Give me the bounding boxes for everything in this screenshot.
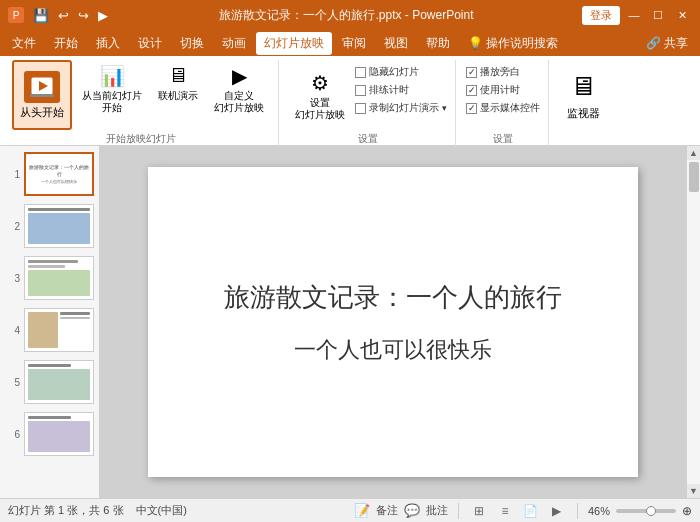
menu-home[interactable]: 开始 <box>46 32 86 55</box>
slide-thumbnail-5[interactable] <box>24 360 94 404</box>
slide-thumb-5[interactable]: 5 <box>4 358 95 406</box>
zoom-thumb[interactable] <box>646 506 656 516</box>
ribbon-group-settings: ⚙ 设置幻灯片放映 隐藏幻灯片 排练计时 录制幻灯片演示 ▾ <box>281 60 456 148</box>
slide-thumbnail-4[interactable] <box>24 308 94 352</box>
app-icon: P <box>8 7 24 23</box>
settings-button[interactable]: ⚙ 设置幻灯片放映 <box>289 60 351 130</box>
online-present-label: 联机演示 <box>158 89 198 103</box>
comments-icon[interactable]: 💬 <box>404 503 420 518</box>
scroll-thumb[interactable] <box>689 162 699 192</box>
slide-thumbnail-3[interactable] <box>24 256 94 300</box>
slide-thumb-3[interactable]: 3 <box>4 254 95 302</box>
menu-animations[interactable]: 动画 <box>214 32 254 55</box>
menu-slideshow[interactable]: 幻灯片放映 <box>256 32 332 55</box>
slide-panel: 1 旅游散文记录：一个人的旅行 一个人也可以很快乐 2 3 <box>0 146 100 498</box>
window-controls: 登录 — ☐ ✕ <box>582 6 692 25</box>
undo-button[interactable]: ↩ <box>55 6 72 25</box>
menu-bar: 文件 开始 插入 设计 切换 动画 幻灯片放映 审阅 视图 帮助 💡 操作说明搜… <box>0 30 700 56</box>
redo-button[interactable]: ↪ <box>75 6 92 25</box>
hide-slides-checkbox[interactable] <box>355 67 366 78</box>
status-bar: 幻灯片 第 1 张，共 6 张 中文(中国) 📝 备注 💬 批注 ⊞ ≡ 📄 ▶… <box>0 498 700 522</box>
menu-file[interactable]: 文件 <box>4 32 44 55</box>
divider <box>458 503 459 519</box>
record-show-row[interactable]: 录制幻灯片演示 ▾ <box>355 100 447 116</box>
ribbon-group-playback: 播放旁白 使用计时 显示媒体控件 设置 <box>458 60 549 148</box>
group1-label: 开始放映幻灯片 <box>106 132 176 146</box>
from-current-button[interactable]: 📊 从当前幻灯片开始 <box>76 60 148 118</box>
menu-insert[interactable]: 插入 <box>88 32 128 55</box>
slide-title: 旅游散文记录：一个人的旅行 <box>224 280 562 315</box>
slide-num-5: 5 <box>6 377 20 388</box>
zoom-slider[interactable] <box>616 509 676 513</box>
settings-label: 设置幻灯片放映 <box>295 97 345 121</box>
maximize-button[interactable]: ☐ <box>648 6 668 24</box>
menu-share[interactable]: 🔗 共享 <box>638 32 696 55</box>
play-narration-label: 播放旁白 <box>480 65 520 79</box>
menu-review[interactable]: 审阅 <box>334 32 374 55</box>
page-info: 幻灯片 第 1 张，共 6 张 <box>8 503 124 518</box>
ribbon-group-start: 从头开始 📊 从当前幻灯片开始 🖥 联机演示 ▶ 自定义幻灯片放映 开始放映幻灯… <box>4 60 279 148</box>
rehearse-timing-label: 排练计时 <box>369 83 409 97</box>
slideshow-view-button[interactable]: ▶ <box>547 502 567 520</box>
use-timing-checkbox[interactable] <box>466 85 477 96</box>
slide-canvas[interactable]: 旅游散文记录：一个人的旅行 一个人也可以很快乐 <box>148 167 638 477</box>
slide-thumb-4[interactable]: 4 <box>4 306 95 354</box>
rehearse-timing-checkbox[interactable] <box>355 85 366 96</box>
record-show-checkbox[interactable] <box>355 103 366 114</box>
scroll-down-arrow[interactable]: ▼ <box>687 484 701 498</box>
save-button[interactable]: 💾 <box>30 6 52 25</box>
present-button[interactable]: ▶ <box>95 6 111 25</box>
slide-num-2: 2 <box>6 221 20 232</box>
title-bar: P 💾 ↩ ↪ ▶ 旅游散文记录：一个人的旅行.pptx - PowerPoin… <box>0 0 700 30</box>
quick-access-toolbar: 💾 ↩ ↪ ▶ <box>30 6 111 25</box>
show-media-controls-label: 显示媒体控件 <box>480 101 540 115</box>
window-title: 旅游散文记录：一个人的旅行.pptx - PowerPoint <box>111 7 582 24</box>
ribbon: 从头开始 📊 从当前幻灯片开始 🖥 联机演示 ▶ 自定义幻灯片放映 开始放映幻灯… <box>0 56 700 146</box>
status-right: 📝 备注 💬 批注 ⊞ ≡ 📄 ▶ 46% ⊕ <box>354 502 692 520</box>
svg-rect-2 <box>30 94 54 97</box>
show-media-controls-row[interactable]: 显示媒体控件 <box>466 100 540 116</box>
from-start-button[interactable]: 从头开始 <box>12 60 72 130</box>
slide-thumbnail-1[interactable]: 旅游散文记录：一个人的旅行 一个人也可以很快乐 <box>24 152 94 196</box>
play-narration-row[interactable]: 播放旁白 <box>466 64 540 80</box>
close-button[interactable]: ✕ <box>672 6 692 24</box>
hide-slides-label: 隐藏幻灯片 <box>369 65 419 79</box>
menu-search[interactable]: 💡 操作说明搜索 <box>460 32 566 55</box>
slide-num-1: 1 <box>6 169 20 180</box>
zoom-fit-button[interactable]: ⊕ <box>682 504 692 518</box>
record-dropdown-icon[interactable]: ▾ <box>442 103 447 113</box>
menu-design[interactable]: 设计 <box>130 32 170 55</box>
menu-view[interactable]: 视图 <box>376 32 416 55</box>
comments-label[interactable]: 批注 <box>426 503 448 518</box>
rehearse-timing-row[interactable]: 排练计时 <box>355 82 447 98</box>
group2-label: 设置 <box>358 132 378 146</box>
slide-thumb-2[interactable]: 2 <box>4 202 95 250</box>
menu-transitions[interactable]: 切换 <box>172 32 212 55</box>
use-timing-row[interactable]: 使用计时 <box>466 82 540 98</box>
reading-view-button[interactable]: 📄 <box>521 502 541 520</box>
menu-help[interactable]: 帮助 <box>418 32 458 55</box>
record-show-label: 录制幻灯片演示 <box>369 101 439 115</box>
normal-view-button[interactable]: ⊞ <box>469 502 489 520</box>
minimize-button[interactable]: — <box>624 6 644 24</box>
outline-view-button[interactable]: ≡ <box>495 502 515 520</box>
custom-show-button[interactable]: ▶ 自定义幻灯片放映 <box>208 60 270 118</box>
scroll-up-arrow[interactable]: ▲ <box>687 146 701 160</box>
slide-thumbnail-6[interactable] <box>24 412 94 456</box>
monitor-label: 监视器 <box>567 106 600 120</box>
hide-slides-row[interactable]: 隐藏幻灯片 <box>355 64 447 80</box>
show-media-controls-checkbox[interactable] <box>466 103 477 114</box>
notes-label[interactable]: 备注 <box>376 503 398 518</box>
login-button[interactable]: 登录 <box>582 6 620 25</box>
slide-thumb-1[interactable]: 1 旅游散文记录：一个人的旅行 一个人也可以很快乐 <box>4 150 95 198</box>
play-narration-checkbox[interactable] <box>466 67 477 78</box>
slide-num-4: 4 <box>6 325 20 336</box>
from-current-label: 从当前幻灯片开始 <box>82 90 142 114</box>
slide-thumbnail-2[interactable] <box>24 204 94 248</box>
slide-thumb-6[interactable]: 6 <box>4 410 95 458</box>
notes-icon[interactable]: 📝 <box>354 503 370 518</box>
monitor-button[interactable]: 🖥 监视器 <box>559 60 607 130</box>
online-present-button[interactable]: 🖥 联机演示 <box>152 60 204 107</box>
from-current-icon: 📊 <box>100 64 125 88</box>
status-left: 幻灯片 第 1 张，共 6 张 中文(中国) <box>8 503 187 518</box>
